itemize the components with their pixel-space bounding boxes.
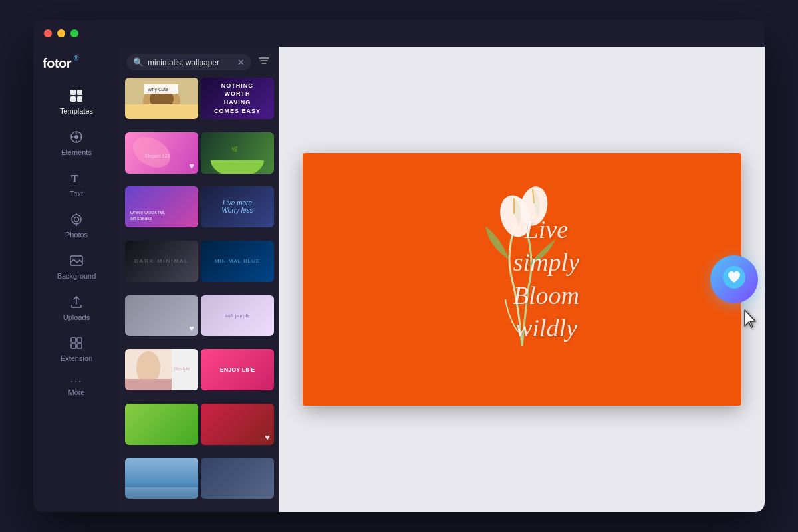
canvas-frame[interactable]: Live simply Bloom wildly: [303, 153, 741, 406]
canvas-text: Live simply Bloom wildly: [513, 213, 579, 345]
template-thumb-8[interactable]: MINIMAL BLUE: [201, 241, 274, 282]
clear-icon[interactable]: ✕: [237, 57, 245, 67]
extension-icon: [68, 334, 85, 352]
template-thumb-9[interactable]: ♥: [125, 295, 198, 336]
more-dots-icon: ···: [70, 376, 82, 386]
maximize-button[interactable]: [70, 29, 78, 37]
app-window: fotor ® Templates: [33, 20, 765, 512]
background-label: Background: [57, 272, 96, 280]
minimize-button[interactable]: [57, 29, 65, 37]
svg-text:T: T: [71, 173, 78, 184]
thumb-heart-9: ♥: [189, 323, 194, 333]
sidebar-item-elements[interactable]: Elements: [47, 123, 106, 162]
svg-rect-0: [70, 90, 76, 95]
template-thumb-3[interactable]: ♥: [125, 132, 198, 174]
close-button[interactable]: [44, 29, 52, 37]
svg-rect-16: [71, 338, 76, 342]
sidebar-item-templates[interactable]: Templates: [47, 82, 106, 120]
svg-rect-1: [77, 90, 82, 95]
uploads-label: Uploads: [63, 313, 90, 321]
svg-rect-19: [77, 344, 82, 348]
sidebar-item-text[interactable]: T Text: [47, 164, 106, 203]
template-thumb-13[interactable]: [125, 404, 198, 445]
more-button[interactable]: ··· More: [63, 370, 90, 402]
template-thumb-1[interactable]: [125, 78, 198, 119]
logo-area: fotor ®: [33, 52, 120, 79]
cursor: [742, 309, 761, 334]
text-label: Text: [70, 190, 83, 198]
app-content: fotor ® Templates: [33, 47, 765, 512]
templates-icon: [68, 87, 85, 104]
titlebar: [33, 20, 765, 47]
svg-rect-2: [70, 96, 76, 102]
more-label: More: [68, 388, 84, 396]
template-thumb-11[interactable]: [125, 349, 198, 390]
sidebar: fotor ® Templates: [33, 47, 120, 512]
search-input-wrap[interactable]: 🔍 ✕: [126, 54, 251, 70]
template-thumb-12[interactable]: ENJOY LIFE: [201, 349, 274, 390]
logo: fotor: [43, 56, 71, 71]
sidebar-item-uploads[interactable]: Uploads: [47, 288, 106, 327]
extension-label: Extension: [61, 354, 92, 362]
svg-point-11: [72, 215, 81, 224]
svg-point-12: [74, 217, 79, 222]
search-input[interactable]: [148, 58, 233, 67]
svg-rect-17: [77, 338, 82, 342]
template-thumb-4[interactable]: [201, 132, 274, 174]
photos-label: Photos: [65, 231, 88, 239]
logo-sup: ®: [74, 55, 78, 62]
elements-icon: [68, 128, 85, 146]
uploads-icon: [68, 293, 85, 311]
template-thumb-15[interactable]: [125, 458, 198, 499]
svg-rect-18: [71, 344, 76, 348]
sidebar-item-photos[interactable]: Photos: [47, 205, 106, 244]
templates-label: Templates: [60, 107, 93, 115]
template-thumb-5[interactable]: where words fail,art speaks: [125, 186, 198, 227]
text-icon: T: [68, 170, 85, 187]
sidebar-item-extension[interactable]: Extension: [47, 329, 106, 368]
background-icon: [68, 252, 85, 269]
favorite-fab-button[interactable]: [710, 255, 758, 303]
elements-label: Elements: [61, 148, 92, 156]
search-bar: 🔍 ✕: [120, 47, 279, 75]
templates-panel: 🔍 ✕: [120, 47, 279, 512]
heart-icon: [723, 266, 745, 293]
svg-rect-3: [77, 96, 82, 102]
template-thumb-7[interactable]: DARK MINIMAL: [125, 241, 198, 282]
template-thumb-6[interactable]: Live moreWorry less: [201, 186, 274, 227]
filter-button[interactable]: [255, 53, 273, 71]
template-grid: NOTHINGWORTHHAVINGCOMES EASY ♥ where wor…: [120, 75, 279, 512]
svg-point-5: [74, 135, 78, 139]
sidebar-item-background[interactable]: Background: [47, 247, 106, 285]
thumb-heart-14: ♥: [265, 432, 270, 442]
template-thumb-10[interactable]: soft purple: [201, 295, 274, 336]
photos-icon: [68, 211, 85, 228]
main-area: Live simply Bloom wildly: [279, 47, 765, 512]
template-thumb-14[interactable]: ♥: [201, 404, 274, 445]
template-thumb-16[interactable]: [201, 458, 274, 499]
template-thumb-2[interactable]: NOTHINGWORTHHAVINGCOMES EASY: [201, 78, 274, 119]
thumb-heart-3: ♥: [189, 161, 194, 171]
search-icon: 🔍: [133, 57, 144, 67]
